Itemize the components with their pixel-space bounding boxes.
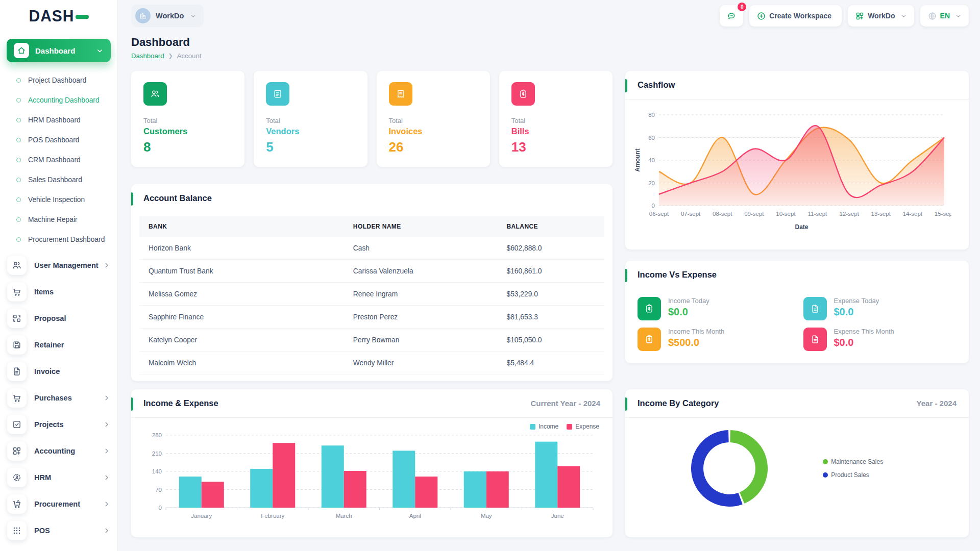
stat-card-total-customers: TotalCustomers8 — [131, 71, 244, 167]
bank-cell: Melissa Gomez — [139, 283, 344, 306]
sidebar-item-project-dashboard[interactable]: Project Dashboard — [0, 70, 117, 90]
circle-bullet-icon — [16, 217, 21, 222]
sidebar-dashboard-submenu: Project DashboardAccounting DashboardHRM… — [0, 65, 117, 252]
sidebar-item-proposal[interactable]: Proposal — [0, 306, 117, 331]
legend-item-expense[interactable]: Expense — [567, 423, 599, 430]
svg-text:80: 80 — [648, 112, 655, 118]
cart-icon — [7, 282, 27, 302]
svg-text:60: 60 — [648, 135, 655, 141]
metric-value: $0.0 — [834, 337, 894, 348]
stat-label: Customers — [143, 127, 232, 136]
sidebar-item-purchases[interactable]: Purchases — [0, 385, 117, 411]
legend-item-maintenance-sales[interactable]: Maintenance Sales — [823, 458, 883, 465]
home-icon — [14, 43, 29, 58]
metric-label: Income This Month — [668, 328, 724, 335]
sidebar-item-crm-dashboard[interactable]: CRM Dashboard — [0, 150, 117, 170]
sidebar-item-projects[interactable]: Projects — [0, 412, 117, 437]
sidebar-item-sales-dashboard[interactable]: Sales Dashboard — [0, 170, 117, 190]
stat-value: 13 — [511, 139, 600, 155]
balance-cell: $105,050.0 — [497, 329, 604, 352]
balance-cell: $602,888.0 — [497, 237, 604, 260]
sidebar-item-procurement-dashboard[interactable]: Procurement Dashboard — [0, 230, 117, 249]
sidebar-item-machine-repair[interactable]: Machine Repair — [0, 210, 117, 230]
svg-text:70: 70 — [155, 487, 162, 493]
legend-label: Maintenance Sales — [831, 458, 883, 465]
sidebar-item-hrm[interactable]: HRM — [0, 465, 117, 490]
circle-bullet-icon — [16, 237, 21, 242]
bank-cell: Malcolm Welch — [139, 352, 344, 374]
sidebar-item-dashboard[interactable]: Dashboard — [7, 39, 111, 62]
metric-tile-income-today: Income Today$0.0 — [638, 297, 791, 320]
svg-text:0: 0 — [159, 505, 162, 511]
stat-cards: TotalCustomers8TotalVendors5TotalInvoice… — [131, 71, 612, 167]
sidebar-item-label: Accounting Dashboard — [28, 96, 100, 105]
sidebar-item-invoice[interactable]: Invoice — [0, 359, 117, 384]
legend-item-income[interactable]: Income — [530, 423, 558, 430]
column-header-balance: BALANCE — [497, 216, 604, 237]
cart-arrow-icon — [7, 494, 27, 514]
save-icon — [7, 335, 27, 355]
sidebar-item-label: Items — [34, 288, 110, 296]
holder-cell: Wendy Miller — [344, 352, 498, 374]
bank-cell: Katelyn Cooper — [139, 329, 344, 352]
check-square-icon — [7, 415, 27, 434]
plus-circle-icon — [756, 11, 766, 21]
messages-button[interactable]: 0 — [720, 5, 743, 27]
sidebar-item-user-management[interactable]: User Management — [0, 253, 117, 278]
svg-text:06-sept: 06-sept — [649, 211, 669, 217]
workspace-switcher[interactable]: WorkDo — [131, 5, 204, 27]
sidebar-item-pos[interactable]: POS — [0, 518, 117, 543]
apps-menu-label: WorkDo — [868, 12, 895, 20]
circle-bullet-icon — [16, 78, 21, 83]
svg-text:14-sept: 14-sept — [903, 211, 923, 217]
sidebar-item-label: Invoice — [34, 367, 110, 375]
app-logo[interactable]: DASH — [0, 0, 117, 32]
svg-text:11-sept: 11-sept — [808, 211, 827, 217]
apps-menu-button[interactable]: WorkDo — [848, 5, 914, 27]
sidebar-item-label: POS Dashboard — [28, 136, 79, 144]
sidebar-item-vehicle-inspection[interactable]: Vehicle Inspection — [0, 190, 117, 210]
grid-plus-icon — [7, 441, 27, 461]
apps-grid-icon — [855, 11, 865, 21]
create-workspace-button[interactable]: Create Workspace — [749, 5, 842, 27]
svg-text:April: April — [409, 513, 421, 519]
clipboard-icon — [638, 297, 661, 320]
sidebar-item-items[interactable]: Items — [0, 279, 117, 305]
sidebar-item-accounting-dashboard[interactable]: Accounting Dashboard — [0, 90, 117, 110]
sidebar-item-hrm-dashboard[interactable]: HRM Dashboard — [0, 110, 117, 130]
chevron-right-icon — [103, 447, 110, 455]
circle-bullet-icon — [16, 118, 21, 122]
note-icon — [266, 82, 289, 106]
legend-label: Income — [538, 423, 558, 430]
svg-text:210: 210 — [152, 450, 162, 457]
sidebar-item-label: HRM Dashboard — [28, 116, 81, 124]
sidebar-item-label: Procurement Dashboard — [28, 235, 105, 244]
cashflow-card: Cashflow 02040608006-sept07-sept08-sept0… — [625, 71, 969, 249]
stat-card-total-bills: TotalBills13 — [499, 71, 612, 167]
breadcrumb-dashboard-link[interactable]: Dashboard — [131, 52, 164, 60]
sidebar-item-procurement[interactable]: Procurement — [0, 491, 117, 517]
svg-text:January: January — [191, 513, 212, 519]
legend-item-product-sales[interactable]: Product Sales — [823, 471, 883, 479]
sidebar-item-accounting[interactable]: Accounting — [0, 438, 117, 464]
sidebar-item-pos-dashboard[interactable]: POS Dashboard — [0, 130, 117, 150]
workspace-name: WorkDo — [156, 12, 184, 20]
sidebar-item-retainer[interactable]: Retainer — [0, 332, 117, 358]
breadcrumb-current: Account — [177, 52, 202, 60]
chevron-right-icon — [103, 421, 110, 428]
sidebar-item-label: Project Dashboard — [28, 76, 86, 85]
sidebar-item-label: Accounting — [34, 447, 103, 455]
users-icon — [143, 82, 167, 106]
workspace-building-icon — [135, 8, 151, 23]
sidebar-item-label: HRM — [34, 473, 103, 482]
legend-dot — [823, 472, 828, 478]
invoice-icon — [389, 82, 412, 106]
svg-text:March: March — [336, 513, 352, 519]
table-row: Katelyn CooperPerry Bowman$105,050.0 — [139, 329, 604, 352]
language-selector[interactable]: EN — [920, 5, 969, 27]
bank-cell: Quantum Trust Bank — [139, 260, 344, 283]
table-row: Sapphire FinancePreston Perez$81,653.3 — [139, 306, 604, 329]
bank-cell: Horizon Bank — [139, 237, 344, 260]
svg-text:280: 280 — [152, 432, 162, 438]
dots-grid-icon — [7, 521, 27, 540]
